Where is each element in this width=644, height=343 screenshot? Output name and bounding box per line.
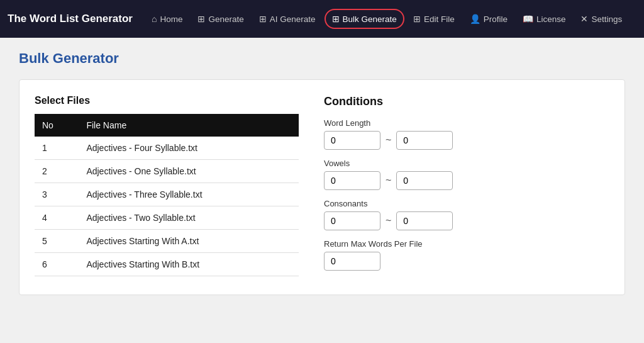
row-no: 5 <box>35 230 79 253</box>
word-length-min[interactable] <box>324 131 380 150</box>
nav-bulk-generate[interactable]: ⊞ Bulk Generate <box>325 9 404 29</box>
row-filename: Adjectives - One Syllable.txt <box>79 160 299 183</box>
vowels-label: Vowels <box>324 159 609 168</box>
word-length-max[interactable] <box>396 131 453 150</box>
conditions-panel: Conditions Word Length ~ Vowels ~ <box>324 95 609 279</box>
nav-generate-label: Generate <box>208 14 243 24</box>
consonants-min[interactable] <box>324 211 380 230</box>
word-length-inputs: ~ <box>324 131 609 150</box>
nav-settings[interactable]: ✕ Settings <box>574 10 628 28</box>
table-row[interactable]: 4 Adjectives - Two Syllable.txt <box>35 206 299 230</box>
return-max-input[interactable] <box>324 252 380 271</box>
row-filename: Adjectives Starting With A.txt <box>79 230 299 253</box>
settings-icon: ✕ <box>580 14 588 24</box>
navbar: The Word List Generator ⌂ Home ⊞ Generat… <box>0 0 644 38</box>
nav-license-label: License <box>536 14 566 24</box>
table-row[interactable]: 3 Adjectives - Three Syllable.txt <box>35 183 299 206</box>
page-title: Bulk Generator <box>19 50 625 67</box>
bulk-generate-icon: ⊞ <box>332 14 340 24</box>
consonants-max[interactable] <box>396 211 453 230</box>
row-filename: Adjectives - Two Syllable.txt <box>79 206 299 230</box>
generate-icon: ⊞ <box>197 14 205 24</box>
col-no: No <box>35 114 79 137</box>
tilde-2: ~ <box>386 175 391 186</box>
tilde-3: ~ <box>386 215 391 227</box>
table-row[interactable]: 5 Adjectives Starting With A.txt <box>35 230 299 253</box>
consonants-inputs: ~ <box>324 211 609 230</box>
row-filename: Adjectives Starting With B.txt <box>79 253 299 276</box>
nav-profile-label: Profile <box>484 14 508 24</box>
table-row[interactable]: 2 Adjectives - One Syllable.txt <box>35 160 299 183</box>
vowels-max[interactable] <box>396 171 453 190</box>
nav-bulk-generate-label: Bulk Generate <box>343 14 397 24</box>
row-no: 4 <box>35 206 79 230</box>
row-no: 1 <box>35 137 79 160</box>
row-no: 2 <box>35 160 79 183</box>
nav-home[interactable]: ⌂ Home <box>145 10 189 28</box>
vowels-min[interactable] <box>324 171 380 190</box>
table-row[interactable]: 1 Adjectives - Four Syllable.txt <box>35 137 299 160</box>
row-no: 3 <box>35 183 79 206</box>
nav-ai-generate[interactable]: ⊞ AI Generate <box>253 10 322 28</box>
main-content: Bulk Generator Select Files No File Name… <box>0 38 644 343</box>
consonants-label: Consonants <box>324 199 609 208</box>
row-filename: Adjectives - Three Syllable.txt <box>79 183 299 206</box>
nav-profile[interactable]: 👤 Profile <box>464 10 514 28</box>
nav-edit-file-label: Edit File <box>424 14 455 24</box>
row-filename: Adjectives - Four Syllable.txt <box>79 137 299 160</box>
content-card: Select Files No File Name 1 Adjectives -… <box>19 79 625 295</box>
edit-file-icon: ⊞ <box>413 14 421 24</box>
nav-edit-file[interactable]: ⊞ Edit File <box>407 10 461 28</box>
nav-home-label: Home <box>160 14 182 24</box>
nav-items: ⌂ Home ⊞ Generate ⊞ AI Generate ⊞ Bulk G… <box>145 9 628 29</box>
col-filename: File Name <box>79 114 299 137</box>
table-header-row: No File Name <box>35 114 299 137</box>
consonants-row: Consonants ~ <box>324 199 609 230</box>
nav-license[interactable]: 📖 License <box>516 10 572 28</box>
vowels-inputs: ~ <box>324 171 609 190</box>
vowels-row: Vowels ~ <box>324 159 609 190</box>
nav-ai-generate-label: AI Generate <box>270 14 316 24</box>
return-max-row: Return Max Words Per File <box>324 239 609 271</box>
return-max-label: Return Max Words Per File <box>324 239 609 249</box>
ai-generate-icon: ⊞ <box>259 14 267 24</box>
conditions-title: Conditions <box>324 95 609 108</box>
files-panel: Select Files No File Name 1 Adjectives -… <box>35 95 299 279</box>
row-no: 6 <box>35 253 79 276</box>
tilde-1: ~ <box>386 135 391 146</box>
license-icon: 📖 <box>523 14 533 24</box>
files-table: No File Name 1 Adjectives - Four Syllabl… <box>35 114 299 276</box>
return-max-input-wrap <box>324 252 609 271</box>
nav-settings-label: Settings <box>591 14 622 24</box>
word-length-label: Word Length <box>324 118 609 128</box>
app-title: The Word List Generator <box>8 13 133 25</box>
word-length-row: Word Length ~ <box>324 118 609 150</box>
nav-generate[interactable]: ⊞ Generate <box>191 10 250 28</box>
files-section-title: Select Files <box>35 95 299 106</box>
home-icon: ⌂ <box>152 14 157 24</box>
table-row[interactable]: 6 Adjectives Starting With B.txt <box>35 253 299 276</box>
profile-icon: 👤 <box>470 14 480 24</box>
